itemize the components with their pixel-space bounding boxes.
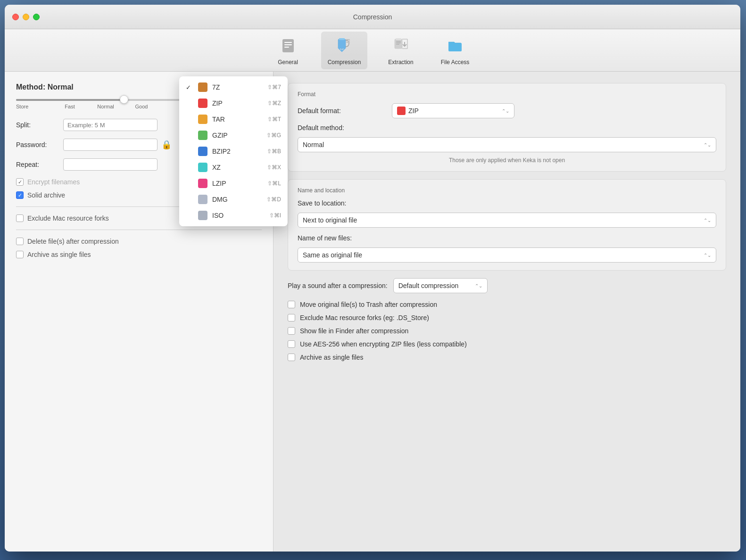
compression-label: Compression: [328, 59, 361, 66]
zip-format-icon-inline: ZIP: [397, 107, 419, 115]
default-method-row: Default method:: [298, 124, 716, 132]
menu-item-lzip[interactable]: LZIP ⇧⌘L: [179, 175, 288, 191]
extraction-icon: [390, 35, 411, 56]
menu-name-xz: XZ: [212, 164, 262, 171]
svg-rect-14: [396, 44, 399, 45]
solid-archive-label: Solid archive: [27, 191, 65, 199]
menu-icon-zip: [198, 99, 207, 108]
solid-archive-checkbox[interactable]: ✓: [16, 191, 24, 199]
menu-check-7z: ✓: [186, 84, 193, 91]
save-to-chevron: ⌃⌄: [704, 218, 711, 223]
bottom-cb-3[interactable]: [288, 340, 295, 348]
archive-single-checkbox[interactable]: [16, 251, 24, 258]
menu-icon-xz: [198, 163, 207, 172]
format-hint: Those are only applied when Keka is not …: [298, 157, 716, 164]
menu-shortcut-zip: ⇧⌘Z: [267, 100, 281, 107]
slider-fill: [16, 99, 124, 101]
exclude-mac-checkbox[interactable]: [16, 214, 24, 222]
slider-thumb[interactable]: [120, 95, 128, 104]
exclude-mac-label: Exclude Mac resource forks: [27, 214, 109, 222]
svg-rect-3: [284, 47, 289, 48]
minimize-button[interactable]: [23, 14, 29, 20]
sound-select[interactable]: Default compression ⌃⌄: [393, 278, 488, 293]
delete-files-checkbox[interactable]: [16, 238, 24, 245]
svg-rect-1: [284, 42, 292, 43]
menu-icon-tar: [198, 115, 207, 124]
default-method-value: Normal: [303, 141, 324, 148]
menu-shortcut-bzip2: ⇧⌘B: [267, 148, 281, 155]
toolbar-compression[interactable]: Compression: [321, 32, 368, 69]
bottom-checkbox-row-2: Show file in Finder after compression: [288, 327, 726, 335]
menu-shortcut-7z: ⇧⌘7: [267, 84, 281, 91]
bottom-cb-1[interactable]: [288, 314, 295, 321]
bottom-checkbox-row-1: Exclude Mac resource forks (eg: .DS_Stor…: [288, 314, 726, 321]
repeat-label: Repeat:: [16, 161, 63, 168]
repeat-input[interactable]: [63, 158, 157, 171]
name-files-chevron: ⌃⌄: [704, 253, 711, 258]
save-to-value: Next to original file: [303, 216, 357, 224]
split-input[interactable]: [63, 119, 157, 131]
menu-icon-lzip: [198, 179, 207, 188]
menu-item-tar[interactable]: TAR ⇧⌘T: [179, 111, 288, 127]
archive-single-row: Archive as single files: [16, 251, 262, 258]
svg-rect-11: [396, 38, 401, 40]
menu-icon-bzip2: [198, 147, 207, 156]
slider-label-fast: Fast: [52, 104, 88, 109]
name-files-row: Name of new files:: [298, 234, 716, 242]
menu-item-zip[interactable]: ZIP ⇧⌘Z: [179, 95, 288, 111]
svg-rect-9: [346, 42, 350, 43]
menu-item-gzip[interactable]: GZIP ⇧⌘G: [179, 127, 288, 143]
close-button[interactable]: [12, 14, 19, 20]
menu-item-dmg[interactable]: DMG ⇧⌘D: [179, 191, 288, 207]
menu-item-bzip2[interactable]: BZIP2 ⇧⌘B: [179, 143, 288, 159]
right-panel: Format Default format: ZIP ⌃⌄ Default me…: [274, 72, 740, 552]
bottom-cb-label-0: Move original file(s) to Trash after com…: [300, 301, 437, 308]
fullscreen-button[interactable]: [33, 14, 40, 20]
bottom-checkbox-row-0: Move original file(s) to Trash after com…: [288, 301, 726, 308]
save-to-select[interactable]: Next to original file ⌃⌄: [298, 213, 716, 228]
name-files-select[interactable]: Same as original file ⌃⌄: [298, 247, 716, 263]
menu-item-iso[interactable]: ISO ⇧⌘I: [179, 207, 288, 223]
compression-icon: [334, 35, 355, 56]
format-chevron: ⌃⌄: [502, 108, 509, 114]
password-input[interactable]: [63, 139, 157, 151]
toolbar-extraction[interactable]: Extraction: [381, 32, 420, 69]
default-format-select[interactable]: ZIP ⌃⌄: [392, 103, 514, 118]
bottom-cb-label-2: Show file in Finder after compression: [300, 327, 408, 335]
bottom-cb-2[interactable]: [288, 327, 295, 335]
bottom-cb-0[interactable]: [288, 301, 295, 308]
svg-rect-12: [396, 41, 401, 42]
sound-row: Play a sound after a compression: Defaul…: [288, 278, 726, 293]
sound-value: Default compression: [398, 282, 459, 289]
encrypt-filenames-checkbox[interactable]: ✓: [16, 178, 24, 186]
slider-labels: Store Fast Normal Good Best: [16, 104, 195, 109]
default-method-label: Default method:: [298, 124, 392, 132]
name-files-value: Same as original file: [303, 251, 362, 259]
default-method-select[interactable]: Normal ⌃⌄: [298, 137, 716, 152]
menu-item-xz[interactable]: XZ ⇧⌘X: [179, 159, 288, 175]
title-bar: Compression: [5, 5, 740, 29]
menu-item-7z[interactable]: ✓ 7Z ⇧⌘7: [179, 79, 288, 95]
svg-rect-2: [284, 44, 292, 45]
menu-name-tar: TAR: [212, 115, 263, 123]
default-format-value: ZIP: [408, 107, 419, 115]
menu-name-zip: ZIP: [212, 99, 263, 107]
save-to-label: Save to location:: [298, 199, 392, 207]
toolbar-file-access[interactable]: File Access: [434, 32, 476, 69]
window-title: Compression: [353, 13, 392, 21]
method-chevron: ⌃⌄: [704, 142, 711, 148]
main-window: Compression General: [5, 5, 740, 552]
svg-rect-8: [346, 41, 350, 41]
slider-label-good: Good: [124, 104, 159, 109]
toolbar-general[interactable]: General: [269, 32, 307, 69]
menu-name-lzip: LZIP: [212, 180, 263, 187]
slider-track[interactable]: [16, 99, 195, 101]
general-label: General: [278, 59, 298, 66]
extraction-label: Extraction: [388, 59, 413, 66]
bottom-checkbox-row-3: Use AES-256 when encrypting ZIP files (l…: [288, 340, 726, 348]
bottom-cb-4[interactable]: [288, 354, 295, 361]
menu-shortcut-gzip: ⇧⌘G: [266, 132, 281, 139]
menu-icon-gzip: [198, 131, 207, 140]
bottom-cb-label-1: Exclude Mac resource forks (eg: .DS_Stor…: [300, 314, 429, 321]
separator-2: [16, 230, 262, 230]
